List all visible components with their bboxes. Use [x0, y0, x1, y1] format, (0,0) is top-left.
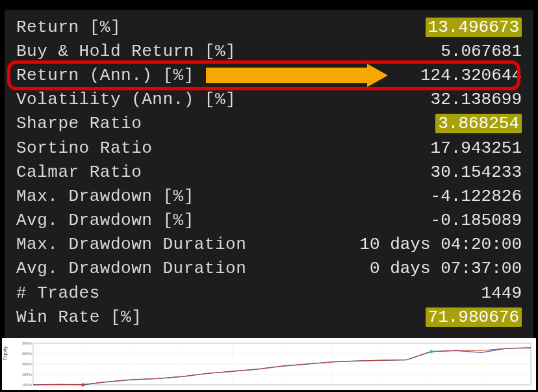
- stat-label: Sharpe Ratio: [16, 114, 142, 133]
- stat-row: Win Rate [%]71.980676: [5, 305, 533, 329]
- stats-table: Return [%]13.496673Buy & Hold Return [%]…: [5, 10, 533, 339]
- stat-row: Return [%]13.496673: [5, 15, 533, 39]
- equity-chart-svg: 100%150%200%250%300%: [20, 341, 533, 387]
- stat-row: Sortino Ratio17.943251: [5, 136, 533, 160]
- stat-label: Volatility (Ann.) [%]: [16, 90, 236, 109]
- stat-row: Volatility (Ann.) [%]32.138699: [5, 88, 533, 112]
- stat-value: 5.067681: [441, 42, 522, 61]
- stat-value: 0 days 07:37:00: [370, 259, 522, 278]
- svg-text:150%: 150%: [22, 372, 32, 376]
- stat-row: Sharpe Ratio3.868254: [5, 112, 533, 136]
- stat-value: 1449: [481, 283, 522, 303]
- stat-row: # Trades1449: [5, 281, 533, 305]
- stat-value: 30.154233: [431, 163, 522, 182]
- stat-row: Avg. Drawdown Duration0 days 07:37:00: [5, 257, 533, 281]
- stat-value: -0.185089: [431, 211, 522, 230]
- svg-point-22: [81, 384, 84, 387]
- stat-value: 124.320644: [420, 66, 522, 85]
- equity-chart: Equity 100%150%200%250%300%: [2, 338, 536, 390]
- stat-row: Max. Drawdown [%]-4.122826: [5, 184, 533, 208]
- equity-chart-ylabel: Equity: [2, 346, 8, 360]
- stat-value: 71.980676: [426, 307, 522, 327]
- svg-text:300%: 300%: [22, 341, 32, 345]
- arrow-icon: [206, 65, 388, 86]
- stat-row: Return (Ann.) [%]124.320644: [5, 63, 533, 87]
- stat-label: Calmar Ratio: [16, 163, 142, 182]
- stat-value: 17.943251: [431, 138, 522, 158]
- svg-text:250%: 250%: [22, 352, 32, 356]
- stat-label: Return [%]: [16, 18, 121, 37]
- svg-text:200%: 200%: [22, 362, 32, 366]
- stat-label: Avg. Drawdown [%]: [16, 211, 194, 230]
- stat-row: Buy & Hold Return [%]5.067681: [5, 39, 533, 63]
- stat-label: Sortino Ratio: [16, 138, 152, 158]
- stat-label: Buy & Hold Return [%]: [16, 42, 236, 61]
- stat-label: Avg. Drawdown Duration: [16, 259, 246, 278]
- stat-label: Max. Drawdown Duration: [16, 235, 246, 254]
- stat-label: Return (Ann.) [%]: [16, 66, 194, 85]
- stat-label: # Trades: [16, 283, 100, 303]
- stat-row: Avg. Drawdown [%]-0.185089: [5, 209, 533, 233]
- stat-value: 10 days 04:20:00: [359, 235, 522, 254]
- stat-row: Max. Drawdown Duration10 days 04:20:00: [5, 233, 533, 257]
- stat-value: 13.496673: [426, 18, 522, 37]
- svg-text:100%: 100%: [22, 383, 32, 387]
- svg-point-23: [429, 350, 433, 353]
- stat-row: Calmar Ratio30.154233: [5, 160, 533, 184]
- stat-value: 3.868254: [435, 114, 522, 133]
- stat-value: -4.122826: [431, 187, 522, 206]
- stat-value: 32.138699: [431, 90, 522, 109]
- stat-label: Max. Drawdown [%]: [16, 187, 194, 206]
- backtest-output: Return [%]13.496673Buy & Hold Return [%]…: [0, 0, 538, 392]
- stat-label: Win Rate [%]: [16, 307, 142, 327]
